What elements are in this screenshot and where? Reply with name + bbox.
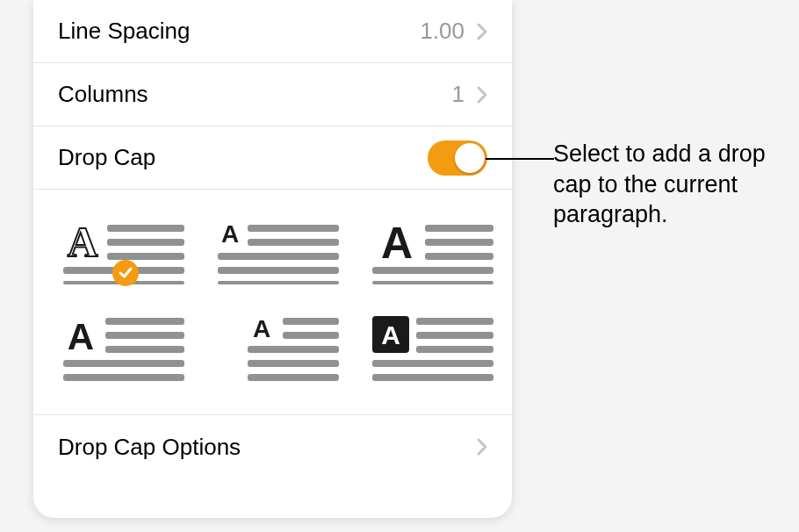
callout-text: Select to add a drop cap to the current …: [553, 139, 781, 230]
chevron-right-icon: [477, 438, 487, 456]
svg-rect-24: [283, 318, 339, 325]
drop-cap-options-row[interactable]: Drop Cap Options: [33, 415, 512, 478]
drop-cap-toggle[interactable]: [428, 140, 487, 176]
svg-rect-25: [283, 332, 339, 339]
svg-rect-13: [425, 239, 493, 246]
svg-text:A: A: [381, 219, 413, 268]
svg-rect-15: [372, 267, 493, 274]
svg-rect-16: [372, 281, 493, 284]
svg-rect-1: [107, 239, 184, 246]
drop-cap-options-label: Drop Cap Options: [58, 434, 241, 461]
dropcap-style-small-raised[interactable]: A: [218, 216, 341, 284]
svg-rect-30: [416, 318, 493, 325]
svg-rect-28: [248, 374, 339, 381]
svg-rect-10: [218, 281, 339, 284]
svg-rect-18: [105, 318, 184, 325]
svg-text:A: A: [221, 220, 239, 248]
columns-value: 1: [452, 81, 464, 108]
dropcap-style-margin[interactable]: A: [63, 316, 186, 385]
svg-text:A: A: [68, 316, 94, 357]
line-spacing-value: 1.00: [420, 18, 464, 45]
svg-rect-2: [107, 253, 184, 260]
dropcap-style-large-left[interactable]: A: [63, 216, 186, 284]
svg-rect-22: [63, 374, 184, 381]
svg-rect-20: [105, 346, 184, 353]
columns-row[interactable]: Columns 1: [33, 63, 512, 126]
svg-rect-12: [425, 225, 493, 232]
callout-leader-line: [486, 158, 554, 160]
svg-rect-6: [248, 225, 339, 232]
svg-rect-27: [248, 360, 339, 367]
svg-rect-19: [105, 332, 184, 339]
svg-rect-7: [248, 239, 339, 246]
drop-cap-label: Drop Cap: [58, 144, 155, 171]
columns-label: Columns: [58, 81, 148, 108]
chevron-right-icon: [477, 23, 487, 40]
svg-rect-33: [372, 360, 493, 367]
svg-rect-32: [416, 346, 493, 353]
dropcap-style-inverse-box[interactable]: A: [372, 316, 495, 385]
svg-rect-26: [248, 346, 339, 353]
svg-rect-14: [425, 253, 493, 260]
dropcap-style-indented[interactable]: A: [218, 316, 341, 385]
svg-text:A: A: [381, 320, 400, 349]
svg-rect-8: [218, 253, 339, 260]
svg-rect-31: [416, 332, 493, 339]
checkmark-icon: [112, 260, 139, 286]
line-spacing-row[interactable]: Line Spacing 1.00: [33, 0, 512, 63]
toggle-knob: [455, 143, 485, 173]
svg-rect-0: [107, 225, 184, 232]
svg-rect-21: [63, 360, 184, 367]
svg-rect-34: [372, 374, 493, 381]
svg-rect-9: [218, 267, 339, 274]
format-panel: Line Spacing 1.00 Columns 1 Drop Cap: [33, 0, 512, 518]
drop-cap-styles-grid: A A: [33, 190, 512, 415]
chevron-right-icon: [477, 86, 487, 104]
svg-text:A: A: [253, 316, 270, 342]
dropcap-style-bold-wide[interactable]: A: [372, 216, 495, 284]
svg-text:A: A: [68, 219, 98, 265]
line-spacing-label: Line Spacing: [58, 18, 190, 45]
drop-cap-row: Drop Cap: [33, 126, 512, 190]
